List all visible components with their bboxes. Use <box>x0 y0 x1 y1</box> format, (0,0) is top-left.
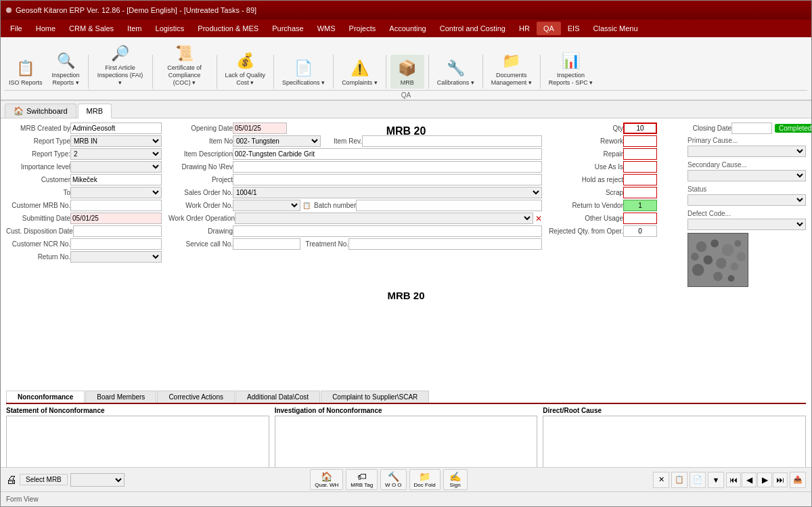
defect-code-select[interactable] <box>687 219 806 230</box>
scrap-input[interactable] <box>623 187 657 198</box>
repair-label: Repair <box>549 150 623 158</box>
item-desc-input[interactable] <box>233 148 542 160</box>
work-order-op-delete-icon[interactable]: ✕ <box>535 214 542 223</box>
ribbon-complaints-btn[interactable]: ⚠️ Complaints ▾ <box>338 55 382 89</box>
drawing-no-input[interactable] <box>233 161 542 173</box>
new-btn[interactable]: 📄 <box>690 472 706 488</box>
statement-textarea[interactable] <box>6 416 269 467</box>
direct-root-textarea[interactable] <box>543 416 806 467</box>
return-to-vendor-input[interactable] <box>623 200 657 211</box>
report-type2-select[interactable]: 2 <box>70 148 162 160</box>
cust-disposition-input[interactable] <box>73 225 162 237</box>
filter-btn[interactable]: ▼ <box>708 472 724 488</box>
item-no-select[interactable]: 002- Tungsten <box>233 135 321 147</box>
section-tab-nonconformance[interactable]: Nonconformance <box>6 391 85 403</box>
nav-first-btn[interactable]: ⏮ <box>726 472 741 487</box>
main-content: MRB Created by Report Type MRB IN Report… <box>1 118 811 491</box>
menu-file[interactable]: File <box>3 22 29 35</box>
rejected-qty-input[interactable] <box>623 225 657 237</box>
other-usage-input[interactable] <box>623 213 657 224</box>
menu-classic[interactable]: Classic Menu <box>587 22 645 35</box>
project-input[interactable] <box>233 174 542 185</box>
menu-bar: File Home CRM & Sales Item Logistics Pro… <box>1 20 811 37</box>
report-type-select[interactable]: MRB IN <box>70 135 162 147</box>
menu-hr[interactable]: HR <box>512 22 537 35</box>
section-tab-complaint[interactable]: Complaint to Supplier\SCAR <box>321 391 429 403</box>
secondary-cause-select[interactable] <box>687 170 806 181</box>
batch-input[interactable] <box>356 200 542 211</box>
ribbon-spc-btn[interactable]: 📊 InspectionReports - SPC ▾ <box>545 47 597 89</box>
submitting-date-input[interactable] <box>70 213 162 224</box>
mrb-tag-btn[interactable]: 🏷 MRB Tag <box>346 469 378 490</box>
mrb-created-by-input[interactable] <box>70 123 162 134</box>
ribbon-fai-btn[interactable]: 🔎 First ArticleInspections (FAI) ▾ <box>93 40 148 89</box>
menu-production[interactable]: Production & MES <box>191 22 265 35</box>
ribbon-calibrations-btn[interactable]: 🔧 Calibrations ▾ <box>433 55 478 89</box>
menu-crm[interactable]: CRM & Sales <box>62 22 120 35</box>
window-title: Geosoft Kitaron ERP Ver. 12.86 - [Demo E… <box>16 6 256 14</box>
opening-date-input[interactable] <box>233 123 287 134</box>
menu-item[interactable]: Item <box>120 22 148 35</box>
tab-switchboard[interactable]: 🏠 Switchboard <box>5 104 76 118</box>
rework-row: Rework <box>549 135 682 147</box>
ribbon-mrb-btn[interactable]: 📦 MRB <box>390 55 424 89</box>
section-tab-board-members[interactable]: Board Members <box>85 391 156 403</box>
select-mrb-btn[interactable]: Select MRB <box>20 474 68 485</box>
importance-select[interactable] <box>70 161 162 173</box>
wo-btn[interactable]: 🔨 W O O <box>380 469 406 490</box>
hold-as-reject-input[interactable] <box>623 174 657 185</box>
rework-input[interactable] <box>623 135 657 147</box>
ribbon-documents-btn[interactable]: 📁 DocumentsManagement ▾ <box>487 47 536 89</box>
tab-mrb[interactable]: MRB <box>78 104 112 118</box>
drawing-input[interactable] <box>233 225 542 237</box>
qty-input[interactable] <box>623 123 657 134</box>
ribbon-loq-btn[interactable]: 💰 Lack of QualityCost ▾ <box>221 47 270 89</box>
nav-prev-btn[interactable]: ◀ <box>742 472 757 487</box>
return-no-select[interactable] <box>70 251 162 263</box>
to-select[interactable] <box>70 187 162 198</box>
repair-input[interactable] <box>623 148 657 160</box>
ribbon-iso-btn[interactable]: 📋 ISO Reports <box>5 55 47 89</box>
ribbon-inspection-btn[interactable]: 🔍 InspectionReports ▾ <box>48 47 84 89</box>
closing-date-input[interactable] <box>731 123 772 134</box>
menu-control[interactable]: Control and Costing <box>433 22 512 35</box>
menu-logistics[interactable]: Logistics <box>149 22 191 35</box>
customer-input[interactable] <box>70 174 162 185</box>
copy-btn[interactable]: 📋 <box>671 472 687 488</box>
menu-wms[interactable]: WMS <box>311 22 342 35</box>
nav-last-btn[interactable]: ⏭ <box>773 472 788 487</box>
closing-col: Closing Date Completed Primary Cause... … <box>687 123 806 287</box>
service-call-input[interactable] <box>233 238 300 250</box>
investigation-textarea[interactable] <box>275 416 538 467</box>
menu-projects[interactable]: Projects <box>342 22 383 35</box>
report-type-label: Report Type <box>6 137 70 145</box>
sign-btn[interactable]: ✍ Sign <box>443 469 468 490</box>
nav-next-btn[interactable]: ▶ <box>757 472 772 487</box>
work-order-select[interactable] <box>233 200 300 211</box>
use-as-is-input[interactable] <box>623 161 657 173</box>
sales-order-select[interactable]: 1004/1 <box>233 187 542 198</box>
primary-cause-select[interactable] <box>687 146 806 157</box>
export-btn[interactable]: 📤 <box>790 472 806 488</box>
title-dot <box>6 7 12 13</box>
menu-purchase[interactable]: Purchase <box>265 22 310 35</box>
customer-mrb-input[interactable] <box>70 200 162 211</box>
work-order-op-select[interactable] <box>235 213 533 224</box>
treatment-input[interactable] <box>348 238 542 250</box>
print-btn[interactable]: 🖨 <box>6 474 17 486</box>
quar-wh-btn[interactable]: 🏠 Quar. WH <box>310 469 343 490</box>
delete-btn[interactable]: ✕ <box>653 472 669 488</box>
doc-fold-btn[interactable]: 📁 Doc Fold <box>409 469 441 490</box>
mrb-dropdown[interactable] <box>70 473 125 487</box>
work-order-icon[interactable]: 📋 <box>302 202 311 209</box>
section-tab-additional-data[interactable]: Additional Data\Cost <box>235 391 320 403</box>
customer-ncr-input[interactable] <box>70 238 162 250</box>
ribbon-specs-btn[interactable]: 📄 Specifications ▾ <box>278 55 329 89</box>
menu-eis[interactable]: EIS <box>561 22 587 35</box>
section-tab-corrective-actions[interactable]: Corrective Actions <box>157 391 235 403</box>
menu-accounting[interactable]: Accounting <box>382 22 432 35</box>
status-select[interactable] <box>687 194 806 206</box>
menu-qa[interactable]: QA <box>537 22 561 35</box>
ribbon-coc-btn[interactable]: 📜 Certificate ofCompliance (COC) ▾ <box>157 40 212 89</box>
menu-home[interactable]: Home <box>29 22 62 35</box>
